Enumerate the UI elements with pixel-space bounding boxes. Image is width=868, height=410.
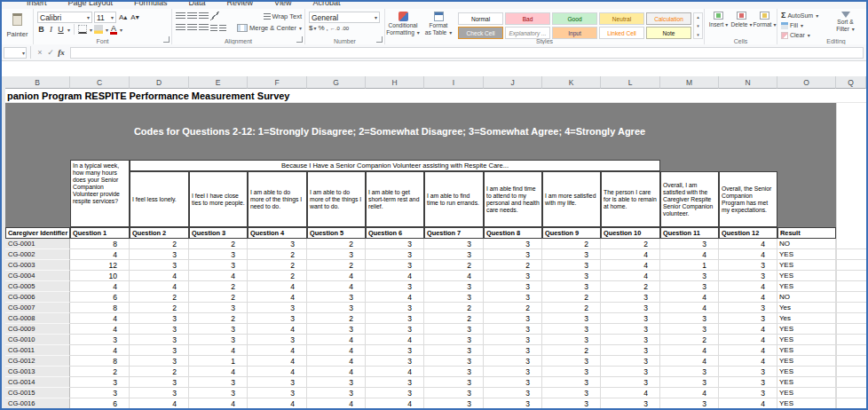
answer-cell[interactable]: 3 (366, 356, 424, 367)
result-cell[interactable]: YES (777, 388, 836, 398)
answer-cell[interactable]: 3 (719, 388, 777, 398)
question-description-cell[interactable]: I am able to do more of the things I nee… (248, 171, 307, 227)
answer-cell[interactable]: 2 (660, 335, 719, 345)
answer-cell[interactable]: 4 (660, 356, 719, 367)
conditional-formatting-button[interactable]: Conditional Formatting ▾ (385, 9, 421, 36)
result-cell[interactable]: YES (777, 271, 836, 281)
answer-cell[interactable]: 3 (366, 260, 424, 271)
answer-cell[interactable]: 2 (484, 260, 542, 271)
caregiver-id-cell[interactable]: CG-0014 (5, 377, 70, 388)
caregiver-id-cell[interactable]: CG-0010 (5, 335, 70, 345)
answer-cell[interactable]: 3 (189, 303, 248, 313)
column-header-K[interactable]: K (542, 76, 601, 89)
table-header-cell[interactable]: Question 12 (719, 227, 777, 239)
underline-button[interactable]: U (57, 25, 65, 34)
answer-cell[interactable]: 2 (424, 260, 484, 271)
answer-cell[interactable]: 3 (601, 335, 660, 345)
answer-cell[interactable]: 3 (70, 388, 130, 398)
answer-cell[interactable]: 4 (248, 292, 307, 303)
bold-button[interactable]: B (37, 25, 45, 34)
answer-cell[interactable]: 3 (660, 377, 719, 388)
question-description-cell[interactable]: I feel I have close ties to more people. (189, 171, 248, 227)
answer-cell[interactable]: 2 (307, 260, 366, 271)
answer-cell[interactable]: 3 (424, 345, 484, 356)
ribbon-tab-insert[interactable]: Insert (27, 2, 47, 9)
caregiver-id-cell[interactable]: CG-0002 (5, 249, 70, 260)
table-header-cell[interactable]: Question 9 (542, 227, 601, 239)
column-header-O[interactable]: O (777, 76, 836, 89)
answer-cell[interactable]: 3 (484, 388, 542, 398)
answer-cell[interactable]: 3 (542, 324, 601, 335)
answer-cell[interactable]: 4 (130, 271, 189, 281)
table-header-cell[interactable]: Question 3 (189, 227, 248, 239)
align-top-icon[interactable] (176, 12, 185, 20)
answer-cell[interactable]: 4 (307, 356, 366, 367)
answer-cell[interactable]: 6 (70, 398, 130, 409)
answer-cell[interactable]: 2 (601, 239, 660, 249)
decrease-font-size-button[interactable]: A▾ (130, 13, 139, 21)
answer-cell[interactable]: 3 (366, 281, 424, 292)
answer-cell[interactable]: 3 (660, 239, 719, 249)
column-header-E[interactable]: E (189, 76, 248, 89)
ribbon-tab-acrobat[interactable]: Acrobat (312, 2, 340, 9)
answer-cell[interactable]: 2 (542, 303, 601, 313)
answer-cell[interactable]: 3 (366, 345, 424, 356)
answer-cell[interactable]: 3 (719, 377, 777, 388)
table-header-cell[interactable]: Question 7 (424, 227, 484, 239)
answer-cell[interactable]: 3 (70, 335, 130, 345)
answer-cell[interactable]: 3 (542, 260, 601, 271)
question-description-cell[interactable]: The person I care for is able to remain … (601, 171, 660, 227)
answer-cell[interactable]: 4 (307, 271, 366, 281)
result-cell[interactable]: YES (777, 377, 836, 388)
answer-cell[interactable]: 3 (424, 356, 484, 367)
decrease-indent-icon[interactable] (210, 25, 217, 31)
answer-cell[interactable]: 2 (70, 367, 130, 377)
answer-cell[interactable]: 3 (484, 292, 542, 303)
ribbon-tab-view[interactable]: View (274, 2, 291, 9)
answer-cell[interactable]: 3 (366, 239, 424, 249)
answer-cell[interactable]: 3 (484, 398, 542, 409)
answer-cell[interactable]: 8 (70, 356, 130, 367)
result-cell[interactable]: YES (777, 335, 836, 345)
result-cell[interactable]: YES (777, 345, 836, 356)
answer-cell[interactable]: 3 (424, 388, 484, 398)
cell-style-good[interactable]: Good (552, 12, 597, 25)
question-description-cell[interactable]: I am able find time to attend to my pers… (484, 171, 542, 227)
table-header-cell[interactable]: Question 6 (366, 227, 424, 239)
answer-cell[interactable]: 4 (719, 324, 777, 335)
answer-cell[interactable]: 3 (542, 367, 601, 377)
question-description-cell[interactable]: I am able to do more of the things I wan… (307, 171, 366, 227)
answer-cell[interactable]: 2 (542, 239, 601, 249)
answer-cell[interactable]: 4 (248, 324, 307, 335)
answer-cell[interactable]: 3 (660, 313, 719, 324)
column-header-L[interactable]: L (601, 76, 660, 89)
answer-cell[interactable]: 3 (601, 377, 660, 388)
answer-cell[interactable]: 2 (130, 367, 189, 377)
answer-cell[interactable]: 3 (366, 388, 424, 398)
dialog-launcher-icon[interactable] (296, 36, 303, 43)
answer-cell[interactable]: 3 (307, 249, 366, 260)
answer-cell[interactable]: 4 (719, 249, 777, 260)
answer-cell[interactable]: 3 (189, 260, 248, 271)
question-description-cell[interactable]: I am able to get short-term rest and rel… (366, 171, 424, 227)
answer-cell[interactable]: 3 (542, 388, 601, 398)
column-header-J[interactable]: J (484, 76, 542, 89)
cell-style-linked-cell[interactable]: Linked Cell (599, 27, 644, 39)
column-header-G[interactable]: G (307, 76, 366, 89)
answer-cell[interactable]: 3 (660, 281, 719, 292)
answer-cell[interactable]: 4 (366, 271, 424, 281)
answer-cell[interactable]: 3 (601, 303, 660, 313)
answer-cell[interactable]: 3 (484, 356, 542, 367)
answer-cell[interactable]: 4 (719, 292, 777, 303)
answer-cell[interactable]: 2 (307, 313, 366, 324)
answer-cell[interactable]: 3 (601, 398, 660, 409)
answer-cell[interactable]: 3 (601, 367, 660, 377)
answer-cell[interactable]: 4 (248, 356, 307, 367)
answer-cell[interactable]: 2 (484, 303, 542, 313)
ribbon-tab-review[interactable]: Review (227, 2, 254, 9)
answer-cell[interactable]: 4 (248, 398, 307, 409)
answer-cell[interactable]: 3 (660, 367, 719, 377)
answer-cell[interactable]: 6 (70, 292, 130, 303)
answer-cell[interactable]: 3 (307, 303, 366, 313)
answer-cell[interactable]: 2 (424, 313, 484, 324)
